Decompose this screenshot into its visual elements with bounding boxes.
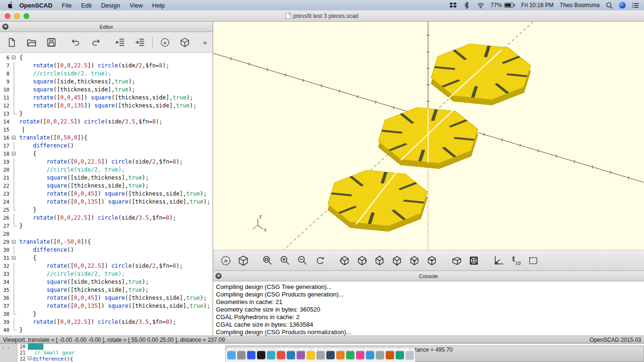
code-line-17[interactable]: 17 difference() [0, 142, 213, 150]
code-line-38[interactable]: 38 } [0, 310, 213, 318]
code-line-15[interactable]: 15 [0, 126, 213, 134]
editor-close-icon[interactable]: ✕ [2, 24, 8, 30]
view-bottom-button[interactable] [388, 251, 405, 270]
battery-indicator[interactable]: 77% [491, 2, 515, 8]
toolbar-overflow-button[interactable]: » [203, 38, 211, 46]
code-line-36[interactable]: 36 rotate([0,0,45]) square([thickness,si… [0, 294, 213, 302]
dock-app-icon-14[interactable] [356, 351, 364, 359]
menu-file[interactable]: File [62, 2, 72, 9]
code-line-9[interactable]: 9 square([side,thickness],true); [0, 78, 213, 86]
code-line-34[interactable]: 34 square([side,thickness],true); [0, 278, 213, 286]
console-output[interactable]: Compiling design (CSG Tree generation)..… [213, 281, 644, 336]
code-area[interactable]: 6{7 rotate([0,0,22.5]) circle(side/2,$fn… [0, 53, 213, 336]
dock-app-icon-17[interactable] [386, 351, 394, 359]
dock-app-icon-16[interactable] [376, 351, 384, 359]
unindent-button[interactable] [110, 33, 130, 51]
spotlight-icon[interactable] [606, 2, 613, 9]
code-line-19[interactable]: 19 rotate([0,0,22.5]) circle(side/2,$fn=… [0, 158, 213, 166]
menu-list-icon[interactable] [632, 2, 639, 9]
show-scale-markers-button[interactable]: 10 [507, 251, 524, 270]
dock-app-icon-7[interactable] [287, 351, 295, 359]
menu-design[interactable]: Design [101, 2, 120, 9]
console-close-icon[interactable]: ✕ [215, 273, 222, 279]
dock-app-icon-13[interactable] [346, 351, 355, 359]
code-line-12[interactable]: 12 rotate([0,0,135]) square([thickness,s… [0, 102, 213, 110]
code-line-31[interactable]: 31 { [0, 254, 213, 262]
view-right-button[interactable] [353, 251, 371, 270]
vp-render-button[interactable] [234, 251, 252, 270]
code-line-14[interactable]: 14rotate([0,0,22.5]) circle(side/3.5,$fn… [0, 118, 213, 126]
code-line-6[interactable]: 6{ [0, 54, 213, 62]
code-line-23[interactable]: 23 rotate([0,0,45]) square([thickness,si… [0, 190, 213, 198]
dock-app-icon-15[interactable] [366, 351, 374, 359]
code-line-27[interactable]: 27} [0, 222, 213, 230]
vp-preview-button[interactable]: » [217, 251, 234, 270]
dock-app-icon-12[interactable] [336, 351, 345, 359]
bluetooth-icon[interactable] [463, 1, 471, 9]
dock-app-icon-8[interactable] [297, 351, 305, 359]
code-line-40[interactable]: 40} [0, 326, 213, 334]
perspective-button[interactable] [447, 251, 465, 270]
code-line-10[interactable]: 10 square([thickness,side],true); [0, 86, 213, 94]
redo-button[interactable] [86, 33, 106, 51]
undo-button[interactable] [66, 33, 86, 51]
view-top-button[interactable] [371, 251, 388, 270]
app-menu-title[interactable]: OpenSCAD [19, 2, 52, 9]
code-line-32[interactable]: 32 rotate([0,0,22.5]) circle(side/2,$fn=… [0, 262, 213, 270]
zoom-in-button[interactable] [276, 251, 294, 270]
dock-app-icon-18[interactable] [396, 351, 404, 359]
code-line-28[interactable]: 28 [0, 230, 213, 238]
new-file-button[interactable] [2, 33, 22, 51]
view-front-button[interactable] [405, 251, 423, 270]
code-line-8[interactable]: 8 //circle(side/2, true); [0, 70, 213, 78]
zoom-window-button[interactable] [24, 13, 29, 19]
save-button[interactable] [41, 33, 61, 51]
code-line-21[interactable]: 21 square([side,thickness],true); [0, 174, 213, 182]
code-line-30[interactable]: 30 difference() [0, 246, 213, 254]
code-line-37[interactable]: 37 rotate([0,0,135]) square([thickness,s… [0, 302, 213, 310]
reset-view-button[interactable] [311, 251, 329, 270]
code-line-33[interactable]: 33 //circle(side/2, true); [0, 270, 213, 278]
code-line-39[interactable]: 39 rotate([0,0,22.5]) circle(side/3.5,$f… [0, 318, 213, 326]
menubar-clock[interactable]: Fri 10:16 PM [521, 2, 554, 8]
dock-app-icon-5[interactable] [267, 351, 275, 359]
fold-margin[interactable] [11, 238, 17, 246]
menu-view[interactable]: View [130, 2, 143, 9]
indent-button[interactable] [130, 33, 150, 51]
render-button[interactable] [175, 33, 195, 51]
menu-edit[interactable]: Edit [81, 2, 91, 9]
fold-margin[interactable] [11, 134, 17, 142]
fold-margin[interactable] [11, 54, 17, 62]
view-all-button[interactable] [524, 251, 542, 270]
dock-app-icon-6[interactable] [277, 351, 285, 359]
view-left-button[interactable] [336, 251, 353, 270]
window-titlebar[interactable]: pressfit test 3 pieces.scad [0, 10, 644, 22]
code-line-26[interactable]: 26 rotate([0,0,22.5]) circle(side/3.5,$f… [0, 214, 213, 222]
fold-margin[interactable] [11, 150, 17, 158]
dock-app-icon-2[interactable] [237, 351, 246, 359]
code-line-24[interactable]: 24 rotate([0,0,135]) square([thickness,s… [0, 198, 213, 206]
code-line-7[interactable]: 7 rotate([0,0,22.5]) circle(side/2,$fn=8… [0, 62, 213, 70]
code-line-18[interactable]: 18 { [0, 150, 213, 158]
apple-menu[interactable] [0, 1, 19, 9]
dock-app-icon-3[interactable] [247, 351, 256, 359]
wifi-icon[interactable] [477, 2, 485, 8]
code-line-13[interactable]: 13} [0, 110, 213, 118]
code-line-25[interactable]: 25 } [0, 206, 213, 214]
code-line-16[interactable]: 16translate([0,50,0]){ [0, 134, 213, 142]
orthogonal-button[interactable] [465, 251, 482, 270]
code-line-35[interactable]: 35 square([thickness,side],true); [0, 286, 213, 294]
dock-app-icon-10[interactable] [316, 351, 325, 359]
dock-app-icon-11[interactable] [326, 351, 335, 359]
dock-app-icon-4[interactable] [257, 351, 265, 359]
back-icon[interactable]: ‹ [2, 344, 4, 362]
close-window-button[interactable] [5, 13, 10, 19]
code-line-29[interactable]: 29translate([0,-50,0]){ [0, 238, 213, 246]
dropbox-icon[interactable] [449, 2, 457, 9]
zoom-all-button[interactable] [259, 251, 276, 270]
user-switcher[interactable]: Theo Boomsma [560, 2, 600, 8]
3d-viewport[interactable]: z x [213, 22, 644, 250]
dock-app-icon-19[interactable] [405, 351, 414, 359]
code-line-11[interactable]: 11 rotate([0,0,45]) square([thickness,si… [0, 94, 213, 102]
minimize-window-button[interactable] [14, 13, 20, 19]
